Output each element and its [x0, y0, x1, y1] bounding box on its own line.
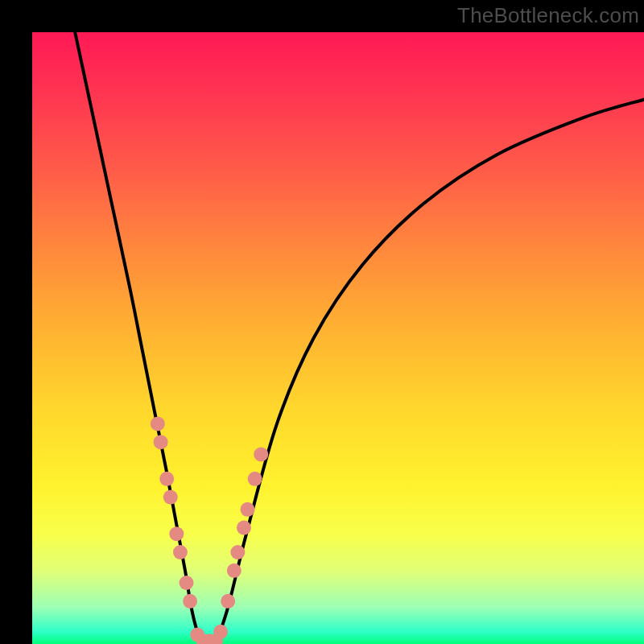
marker-point — [163, 490, 178, 505]
marker-point — [237, 521, 251, 535]
chart-svg — [32, 32, 644, 644]
marker-point — [227, 564, 242, 578]
curve-layer — [75, 32, 644, 644]
marker-point — [213, 625, 228, 639]
marker-layer — [151, 416, 268, 644]
marker-point — [151, 416, 165, 431]
watermark-label: TheBottleneck.com — [457, 3, 639, 28]
marker-point — [241, 502, 255, 517]
marker-point — [221, 594, 235, 609]
marker-point — [169, 526, 184, 541]
marker-point — [154, 435, 168, 449]
marker-point — [254, 447, 268, 461]
marker-point — [183, 594, 197, 609]
curve-right-curve — [216, 100, 644, 644]
marker-point — [159, 472, 174, 486]
marker-point — [248, 472, 262, 486]
marker-point — [230, 545, 245, 559]
marker-point — [173, 545, 188, 559]
plot-area — [32, 32, 644, 644]
chart-frame: TheBottleneck.com — [0, 0, 644, 644]
marker-point — [180, 576, 194, 590]
